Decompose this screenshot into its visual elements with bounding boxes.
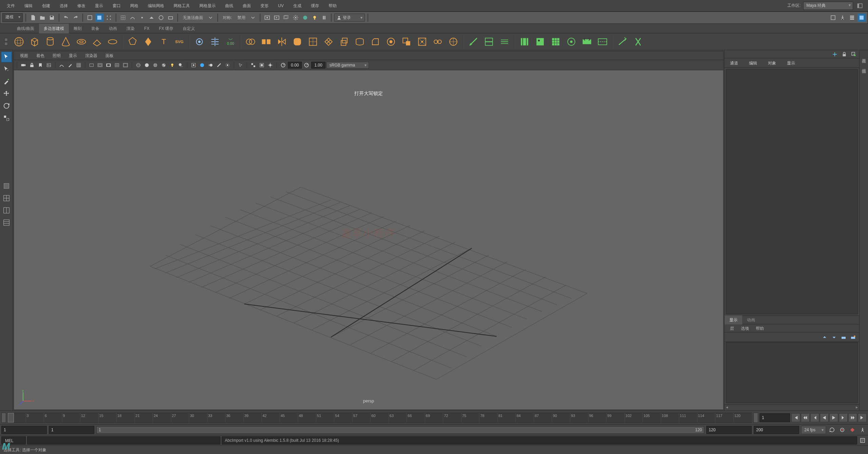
shelf-tab-custom[interactable]: 自定义 [178, 24, 200, 33]
new-scene-icon[interactable] [29, 14, 37, 22]
layer-move-up-icon[interactable] [821, 333, 829, 341]
play-backward-icon[interactable] [820, 413, 829, 422]
gate-mask-icon[interactable] [105, 61, 112, 69]
step-forward-key-icon[interactable] [848, 413, 857, 422]
layout-2-icon[interactable] [1, 205, 12, 216]
multisample-aa-icon[interactable] [215, 61, 223, 69]
append-poly-icon[interactable] [399, 34, 414, 49]
crease-tool-icon[interactable] [517, 34, 532, 49]
step-back-key-icon[interactable] [801, 413, 810, 422]
xray-icon[interactable] [237, 61, 244, 69]
select-component-icon[interactable] [105, 14, 113, 22]
lasso-tool[interactable] [1, 64, 12, 75]
layout-1-icon[interactable] [1, 193, 12, 204]
menu-mesh-display[interactable]: 网格显示 [195, 0, 220, 12]
toggle-modeling-toolkit-icon[interactable] [829, 14, 837, 22]
image-plane-icon[interactable] [45, 61, 53, 69]
camera-lock-icon[interactable] [28, 61, 36, 69]
render-pause-icon[interactable] [320, 14, 328, 22]
layer-new-selected-icon[interactable] [849, 333, 857, 341]
open-scene-icon[interactable] [38, 14, 46, 22]
range-handle-left[interactable] [1, 413, 6, 423]
snap-view-icon[interactable] [166, 14, 175, 22]
layer-menu-layers[interactable]: 层 [727, 324, 737, 333]
current-frame-field[interactable]: 1 [760, 413, 790, 422]
shelf-tab-fxcache[interactable]: FX 缓存 [154, 24, 178, 33]
gamma-value[interactable]: 1.00 [311, 62, 325, 69]
set-key-icon[interactable] [848, 426, 856, 434]
2d-pan-icon[interactable] [58, 61, 65, 69]
render-frame-icon[interactable] [263, 14, 271, 22]
undo-icon[interactable] [62, 14, 70, 22]
layer-scrollbar[interactable] [725, 404, 859, 411]
toggle-channel-box-icon[interactable] [857, 14, 866, 22]
create-disc-icon[interactable] [105, 34, 120, 49]
shelf-tab-animation[interactable]: 动画 [104, 24, 122, 33]
layer-tab-display[interactable]: 显示 [725, 316, 742, 324]
dof-icon[interactable] [224, 61, 231, 69]
loop-icon[interactable] [828, 426, 836, 434]
layer-tab-anim[interactable]: 动画 [742, 316, 760, 324]
offset-edge-icon[interactable] [497, 34, 512, 49]
exposure-dial-icon[interactable] [279, 61, 287, 69]
select-object-icon[interactable] [95, 14, 103, 22]
vp-menu-panels[interactable]: 面板 [101, 51, 118, 60]
reverse-normals-icon[interactable] [631, 34, 646, 49]
normals-icon[interactable] [615, 34, 630, 49]
create-cone-icon[interactable] [58, 34, 73, 49]
time-slider-track[interactable]: 1369121518212427303336394245485154576063… [7, 413, 752, 423]
tab-edit[interactable]: 编辑 [744, 58, 763, 68]
use-lights-icon[interactable] [169, 61, 176, 69]
grid-toggle-icon[interactable] [75, 61, 82, 69]
script-editor-icon[interactable] [859, 436, 867, 444]
menu-uv[interactable]: UV [273, 0, 289, 12]
create-cube-icon[interactable] [27, 34, 42, 49]
multi-cut-icon[interactable] [466, 34, 481, 49]
command-input[interactable] [27, 436, 220, 444]
extrude-icon[interactable] [337, 34, 352, 49]
step-back-icon[interactable] [810, 413, 819, 422]
menu-curve[interactable]: 曲线 [220, 0, 238, 12]
tab-channels[interactable]: 通道 [725, 58, 744, 68]
auto-key-icon[interactable] [838, 426, 846, 434]
merge-icon[interactable] [430, 34, 445, 49]
combine-icon[interactable] [243, 34, 258, 49]
snap-live-icon[interactable] [157, 14, 165, 22]
account-signin[interactable]: 登录 [334, 14, 365, 22]
range-handle-right[interactable] [753, 413, 758, 423]
layer-menu-help[interactable]: 帮助 [752, 324, 767, 333]
camera-select-icon[interactable] [20, 61, 27, 69]
snap-grid-icon[interactable] [119, 14, 127, 22]
select-hierarchy-icon[interactable] [86, 14, 94, 22]
live-surface-dropdown-icon[interactable] [206, 14, 215, 22]
menu-generate[interactable]: 生成 [289, 0, 306, 12]
snap-plane-icon[interactable] [147, 14, 156, 22]
safe-action-icon[interactable] [122, 61, 129, 69]
view-transform-selector[interactable]: sRGB gamma [327, 62, 369, 69]
popout-panel-icon[interactable] [850, 50, 858, 58]
ipr-render-icon[interactable] [273, 14, 281, 22]
create-type-icon[interactable]: T [156, 34, 171, 49]
motion-blur-icon[interactable] [207, 61, 214, 69]
symmetry-tool-icon[interactable]: 0.00 [223, 34, 238, 49]
exposure-value[interactable]: 0.00 [288, 62, 302, 69]
menu-help[interactable]: 帮助 [324, 0, 341, 12]
mirror-geometry-icon[interactable] [274, 34, 289, 49]
tab-display[interactable]: 显示 [782, 58, 801, 68]
menu-window[interactable]: 窗口 [108, 0, 125, 12]
sculpt-geometry-icon[interactable] [533, 34, 548, 49]
shelf-tab-sculpt[interactable]: 雕刻 [69, 24, 86, 33]
create-platonic-icon[interactable] [125, 34, 140, 49]
subdivide-icon[interactable] [305, 34, 320, 49]
gizmo-icon[interactable] [831, 50, 839, 58]
menu-mesh-tools[interactable]: 网格工具 [169, 0, 195, 12]
toggle-attribute-editor-icon[interactable] [848, 14, 856, 22]
menuset-selector[interactable]: 建模 [2, 13, 23, 22]
smooth-shade-icon[interactable] [143, 61, 151, 69]
scale-tool[interactable] [1, 113, 12, 124]
make-live-icon[interactable] [564, 34, 579, 49]
resolution-gate-icon[interactable] [96, 61, 104, 69]
slide-edge-icon[interactable] [579, 34, 594, 49]
anim-end-field[interactable]: 200 [754, 426, 799, 434]
create-cylinder-icon[interactable] [43, 34, 58, 49]
